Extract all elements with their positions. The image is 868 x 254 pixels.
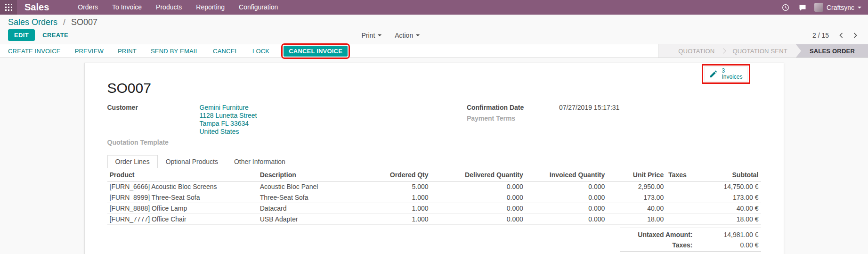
- create-invoice-button[interactable]: CREATE INVOICE: [8, 48, 61, 55]
- customer-address: Gemini Furniture 1128 Lunetta Street Tam…: [200, 104, 257, 136]
- main-content: 3 Invoices SO007 Customer Gemini Furnitu…: [0, 58, 868, 254]
- order-line-row[interactable]: [FURN_8999] Three-Seat Sofa Three-Seat S…: [107, 192, 761, 203]
- stage-quotation-sent[interactable]: QUOTATION SENT: [724, 44, 795, 57]
- col-unit-price[interactable]: Unit Price: [607, 168, 666, 181]
- send-by-email-button[interactable]: SEND BY EMAIL: [151, 48, 199, 55]
- customer-address-line3[interactable]: United States: [200, 128, 257, 136]
- customer-label: Customer: [107, 104, 200, 136]
- confirmation-date-value: 07/27/2019 15:17:31: [559, 104, 619, 112]
- untaxed-amount-row: Untaxed Amount: 14,981.00 €: [620, 229, 761, 240]
- col-invoiced-quantity[interactable]: Invoiced Quantity: [526, 168, 608, 181]
- untaxed-amount-value: 14,981.00 €: [693, 231, 759, 238]
- statusbar: CREATE INVOICE PREVIEW PRINT SEND BY EMA…: [0, 44, 868, 58]
- customer-name-link[interactable]: Gemini Furniture: [200, 104, 257, 112]
- preview-button[interactable]: PREVIEW: [75, 48, 104, 55]
- cell-unit-price: 18.00: [607, 214, 666, 225]
- invoices-stat-button[interactable]: 3 Invoices: [704, 66, 747, 82]
- user-name: Craftsync: [827, 4, 854, 11]
- invoices-label: Invoices: [722, 74, 742, 80]
- cell-product: [FURN_6666] Acoustic Bloc Screens: [107, 181, 258, 192]
- confirmation-date-label: Confirmation Date: [467, 104, 559, 112]
- cell-description: Three-Seat Sofa: [258, 192, 365, 203]
- field-grid: Customer Gemini Furniture 1128 Lunetta S…: [107, 104, 761, 149]
- col-ordered-qty[interactable]: Ordered Qty: [365, 168, 431, 181]
- pager: 2 / 15: [812, 32, 860, 39]
- col-delivered-quantity[interactable]: Delivered Quantity: [431, 168, 526, 181]
- tab-optional-products[interactable]: Optional Products: [158, 155, 226, 168]
- top-navbar: Sales Orders To Invoice Products Reporti…: [0, 0, 868, 15]
- cell-subtotal: 40.00 €: [702, 203, 761, 214]
- cell-invoiced-qty: 0.000: [526, 192, 608, 203]
- nav-item-products[interactable]: Products: [149, 0, 189, 15]
- nav-item-reporting[interactable]: Reporting: [189, 0, 232, 15]
- clock-glyph: [782, 4, 789, 11]
- user-menu[interactable]: Craftsync: [812, 0, 863, 15]
- customer-address-line1[interactable]: 1128 Lunetta Street: [200, 112, 257, 120]
- cell-ordered-qty: 5.000: [365, 181, 431, 192]
- apps-grid-icon[interactable]: [0, 0, 17, 15]
- customer-field: Customer Gemini Furniture 1128 Lunetta S…: [107, 104, 467, 136]
- total-row: Total: 14,981.00 €: [620, 251, 761, 254]
- print-dropdown[interactable]: Print: [361, 32, 381, 39]
- pager-previous-button[interactable]: [836, 32, 846, 39]
- cancel-button[interactable]: CANCEL: [213, 48, 238, 55]
- cell-product: [FURN_8888] Office Lamp: [107, 203, 258, 214]
- order-line-row[interactable]: [FURN_7777] Office Chair USB Adapter 1.0…: [107, 214, 761, 225]
- col-description[interactable]: Description: [258, 168, 365, 181]
- chevron-down-icon: [378, 34, 381, 36]
- edit-button[interactable]: EDIT: [8, 29, 35, 41]
- col-product[interactable]: Product: [107, 168, 258, 181]
- statusbar-buttons: CREATE INVOICE PREVIEW PRINT SEND BY EMA…: [0, 44, 348, 57]
- cell-description: Acoustic Bloc Panel: [258, 181, 365, 192]
- cell-delivered-qty: 0.000: [431, 181, 526, 192]
- stage-quotation[interactable]: QUOTATION: [670, 44, 723, 57]
- fields-left-column: Customer Gemini Furniture 1128 Lunetta S…: [107, 104, 467, 149]
- cell-ordered-qty: 1.000: [365, 192, 431, 203]
- payment-terms-field: Payment Terms: [467, 115, 761, 123]
- table-header-row: Product Description Ordered Qty Delivere…: [107, 168, 761, 181]
- breadcrumb-sales-orders[interactable]: Sales Orders: [8, 17, 57, 27]
- cell-ordered-qty: 1.000: [365, 214, 431, 225]
- breadcrumb-current: SO007: [71, 17, 97, 27]
- order-line-row[interactable]: [FURN_6666] Acoustic Bloc Screens Acoust…: [107, 181, 761, 192]
- action-dropdown[interactable]: Action: [395, 32, 420, 39]
- cell-delivered-qty: 0.000: [431, 192, 526, 203]
- action-dropdown-label: Action: [395, 32, 413, 39]
- user-avatar: [814, 3, 823, 12]
- app-name[interactable]: Sales: [24, 0, 49, 15]
- col-subtotal[interactable]: Subtotal: [702, 168, 761, 181]
- control-panel: EDIT CREATE Print Action 2 / 15: [0, 27, 868, 44]
- pager-next-button[interactable]: [851, 32, 860, 39]
- activities-clock-icon[interactable]: [779, 0, 793, 15]
- cell-subtotal: 14,750.00 €: [702, 181, 761, 192]
- messages-chat-icon[interactable]: [795, 0, 810, 15]
- cancel-invoice-button[interactable]: CANCEL INVOICE: [284, 46, 348, 57]
- cell-invoiced-qty: 0.000: [526, 181, 608, 192]
- breadcrumb: Sales Orders / SO007: [0, 15, 868, 27]
- col-taxes[interactable]: Taxes: [666, 168, 702, 181]
- print-button[interactable]: PRINT: [118, 48, 137, 55]
- control-panel-left: EDIT CREATE: [8, 29, 68, 41]
- cell-product: [FURN_7777] Office Chair: [107, 214, 258, 225]
- apps-grid-glyph: [5, 4, 12, 11]
- cell-invoiced-qty: 0.000: [526, 214, 608, 225]
- nav-item-configuration[interactable]: Configuration: [232, 0, 285, 15]
- chevron-left-icon: [838, 32, 844, 39]
- stage-sales-order[interactable]: SALES ORDER: [796, 44, 868, 57]
- chat-glyph: [799, 4, 806, 11]
- create-button[interactable]: CREATE: [42, 32, 68, 39]
- chevron-down-icon: [858, 7, 861, 8]
- taxes-row: Taxes: 0.00 €: [620, 240, 761, 250]
- order-line-row[interactable]: [FURN_8888] Office Lamp Datacard 1.000 0…: [107, 203, 761, 214]
- cell-invoiced-qty: 0.000: [526, 203, 608, 214]
- nav-item-orders[interactable]: Orders: [71, 0, 105, 15]
- status-pipeline: QUOTATION QUOTATION SENT SALES ORDER: [658, 44, 868, 57]
- chevron-right-icon: [852, 32, 858, 39]
- tab-other-information[interactable]: Other Information: [226, 155, 293, 168]
- lock-button[interactable]: LOCK: [252, 48, 269, 55]
- tab-order-lines[interactable]: Order Lines: [107, 155, 158, 168]
- taxes-label: Taxes:: [672, 241, 692, 249]
- cell-delivered-qty: 0.000: [431, 203, 526, 214]
- nav-item-to-invoice[interactable]: To Invoice: [105, 0, 149, 15]
- customer-address-line2[interactable]: Tampa FL 33634: [200, 120, 257, 128]
